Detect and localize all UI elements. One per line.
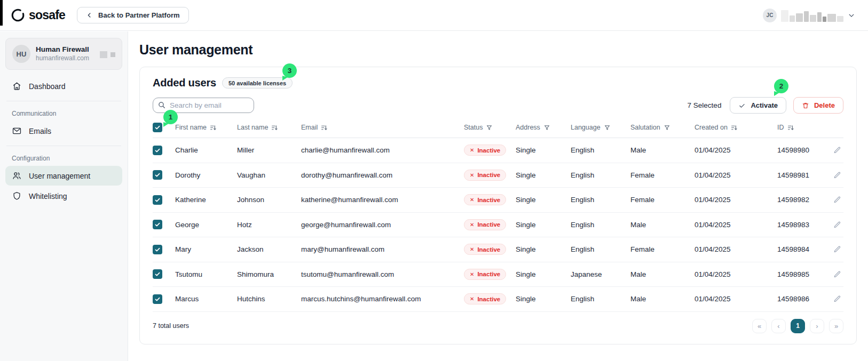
user-menu[interactable]: JC bbox=[763, 9, 855, 22]
cell-language: English bbox=[571, 295, 630, 303]
cell-last-name: Miller bbox=[237, 146, 301, 154]
sidebar-section-communication: Communication bbox=[5, 106, 122, 121]
sidebar-item-whitelisting[interactable]: Whitelisting bbox=[5, 186, 122, 206]
table-row: Katherine Johnson katherine@humanfirewal… bbox=[153, 188, 843, 213]
activate-button[interactable]: Activate bbox=[730, 97, 786, 114]
cell-salutation: Female bbox=[630, 171, 695, 179]
table-header: First name Last name Email Status Addres… bbox=[153, 118, 843, 138]
redacted-username bbox=[781, 9, 843, 22]
topbar: sosafe Back to Partner Platform JC bbox=[0, 0, 868, 31]
logo-text: sosafe bbox=[29, 8, 65, 22]
x-icon: ✕ bbox=[470, 172, 474, 178]
status-badge: ✕ Inactive bbox=[464, 145, 506, 156]
row-checkbox[interactable] bbox=[153, 146, 162, 155]
edit-icon[interactable] bbox=[833, 270, 841, 278]
pagination-page-1-button[interactable]: 1 bbox=[791, 319, 805, 333]
table-row: Tsutomu Shimomura tsutomu@humanfirewall.… bbox=[153, 262, 843, 287]
topbar-left: sosafe Back to Partner Platform bbox=[11, 7, 189, 23]
column-header-language[interactable]: Language bbox=[571, 124, 630, 131]
pagination-next-button[interactable]: › bbox=[810, 319, 824, 333]
row-checkbox[interactable] bbox=[153, 220, 162, 229]
cell-salutation: Male bbox=[630, 295, 695, 303]
cell-last-name: Jackson bbox=[237, 245, 301, 253]
cell-salutation: Male bbox=[630, 221, 695, 229]
card-header: Added users 50 available licenses bbox=[153, 77, 843, 89]
cell-address: Single bbox=[516, 245, 571, 253]
cell-address: Single bbox=[516, 221, 571, 229]
column-header-address[interactable]: Address bbox=[516, 124, 571, 131]
pagination-first-button[interactable]: « bbox=[752, 319, 767, 333]
pagination-prev-button[interactable]: ‹ bbox=[771, 319, 786, 333]
toolbar-actions: 7 Selected Activate Delete bbox=[688, 97, 843, 114]
edit-icon[interactable] bbox=[833, 146, 841, 154]
status-label: Inactive bbox=[477, 172, 500, 178]
cell-created-on: 01/04/2025 bbox=[695, 146, 777, 154]
column-header-status[interactable]: Status bbox=[464, 124, 516, 131]
sidebar-item-label: Whitelisting bbox=[29, 192, 67, 200]
edit-icon[interactable] bbox=[833, 245, 841, 253]
column-header-created-on[interactable]: Created on bbox=[695, 124, 777, 131]
cell-address: Single bbox=[516, 146, 571, 154]
filter-icon bbox=[604, 124, 611, 131]
shield-icon bbox=[12, 191, 22, 201]
avatar: JC bbox=[763, 9, 777, 22]
x-icon: ✕ bbox=[470, 246, 474, 252]
status-label: Inactive bbox=[477, 147, 500, 154]
card-title: Added users bbox=[153, 77, 216, 89]
page-title: User management bbox=[139, 42, 857, 58]
mail-icon bbox=[12, 126, 22, 136]
status-badge: ✕ Inactive bbox=[464, 219, 506, 230]
cell-address: Single bbox=[516, 196, 571, 204]
org-name: Human Firewall bbox=[36, 45, 89, 54]
sidebar-item-emails[interactable]: Emails bbox=[5, 121, 122, 141]
row-checkbox[interactable] bbox=[153, 170, 162, 180]
status-badge: ✕ Inactive bbox=[464, 170, 506, 181]
back-button-label: Back to Partner Platform bbox=[98, 11, 179, 19]
status-label: Inactive bbox=[477, 197, 500, 203]
sidebar-item-label: Dashboard bbox=[29, 82, 66, 91]
row-checkbox[interactable] bbox=[153, 269, 162, 279]
cell-salutation: Male bbox=[630, 270, 695, 278]
pagination-last-button[interactable]: » bbox=[829, 319, 843, 333]
edit-icon[interactable] bbox=[833, 171, 841, 179]
delete-label: Delete bbox=[814, 101, 835, 109]
sidebar-item-user-management[interactable]: User management bbox=[5, 166, 122, 186]
cell-first-name: George bbox=[175, 221, 237, 229]
table-row: Charlie Miller charlie@humanfirewall.com… bbox=[153, 138, 843, 163]
back-to-partner-platform-button[interactable]: Back to Partner Platform bbox=[77, 7, 188, 23]
delete-button[interactable]: Delete bbox=[793, 97, 843, 114]
column-header-id[interactable]: ID bbox=[777, 124, 833, 131]
table-row: Dorothy Vaughan dorothy@humanfirewall.co… bbox=[153, 163, 843, 188]
status-label: Inactive bbox=[477, 246, 500, 253]
cell-email: mary@humanfirewall.com bbox=[301, 245, 464, 253]
cell-language: English bbox=[571, 146, 630, 154]
header-checkbox[interactable] bbox=[153, 123, 162, 132]
status-label: Inactive bbox=[477, 221, 500, 228]
sidebar-item-label: User management bbox=[29, 172, 90, 180]
chevron-left-icon bbox=[86, 12, 93, 19]
sidebar-item-dashboard[interactable]: Dashboard bbox=[5, 76, 122, 96]
column-header-salutation[interactable]: Salutation bbox=[630, 124, 695, 131]
sort-icon bbox=[271, 124, 278, 131]
row-checkbox[interactable] bbox=[153, 195, 162, 205]
cell-first-name: Tsutomu bbox=[175, 270, 237, 278]
edit-icon[interactable] bbox=[833, 295, 841, 303]
edit-icon[interactable] bbox=[833, 196, 841, 204]
status-badge: ✕ Inactive bbox=[464, 269, 506, 280]
edit-icon[interactable] bbox=[833, 221, 841, 229]
row-checkbox[interactable] bbox=[153, 294, 162, 304]
column-header-last-name[interactable]: Last name bbox=[237, 124, 301, 131]
x-icon: ✕ bbox=[470, 147, 474, 153]
screen-corner-artifact bbox=[0, 0, 3, 26]
column-header-email[interactable]: Email bbox=[301, 124, 464, 131]
cell-last-name: Hutchins bbox=[237, 295, 301, 303]
status-label: Inactive bbox=[477, 296, 500, 302]
column-header-first-name[interactable]: First name bbox=[175, 124, 237, 131]
cell-id: 14598984 bbox=[777, 245, 833, 253]
cell-email: katherine@humanfirewall.com bbox=[301, 196, 464, 204]
filter-icon bbox=[664, 124, 670, 131]
row-checkbox[interactable] bbox=[153, 245, 162, 254]
status-badge: ✕ Inactive bbox=[464, 244, 506, 255]
org-switcher[interactable]: HU Human Firewall humanfirewall.com bbox=[5, 38, 122, 70]
page: sosafe Back to Partner Platform JC bbox=[0, 0, 868, 361]
